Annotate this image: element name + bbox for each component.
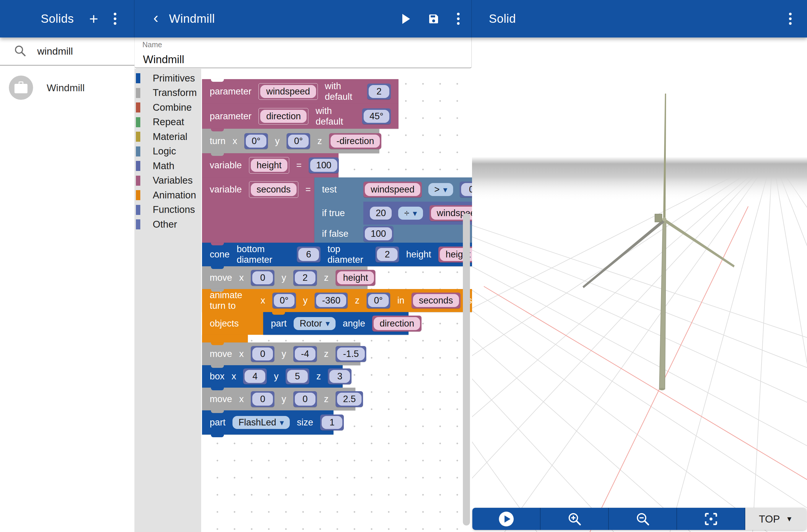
category-math[interactable]: Math [135, 158, 201, 173]
block-part-rotor[interactable]: part Rotor angle direction [263, 312, 408, 335]
block-variable-height[interactable]: variable height = 100 [202, 153, 338, 177]
variable-value[interactable]: seconds [411, 292, 460, 308]
block-cone[interactable]: cone bottom diameter 6 top diameter 2 he… [202, 243, 472, 266]
zoom-in-button[interactable] [540, 508, 609, 530]
view-select-dropdown[interactable]: TOP ▼ [745, 508, 806, 530]
value-input[interactable]: 5 [286, 368, 309, 384]
value-input[interactable]: -4 [293, 346, 317, 362]
category-label: Logic [153, 146, 176, 157]
block-box[interactable]: box x 4 y 5 z 3 [202, 365, 343, 387]
viewer-more-icon[interactable] [789, 13, 792, 25]
solid-list-item[interactable]: Windmill [0, 65, 134, 100]
value-input[interactable]: 2 [293, 270, 317, 286]
viewport-toolbar: TOP ▼ [472, 508, 806, 530]
play-animation-button[interactable] [472, 508, 540, 530]
block-part-flashled[interactable]: part FlashLed size 1 [202, 411, 333, 435]
value-input[interactable]: 0° [272, 292, 296, 308]
value-input[interactable]: 100 [309, 157, 339, 173]
sidebar-more-icon[interactable] [113, 13, 116, 25]
search-input[interactable] [37, 45, 117, 57]
param-name-field[interactable]: windspeed [258, 83, 317, 100]
block-label: variable [210, 184, 242, 195]
block-label: top diameter [328, 244, 368, 265]
axis-label: x [239, 349, 244, 359]
block-label: part [210, 417, 225, 428]
block-parameter-windspeed[interactable]: parameter windspeed with default 2 [202, 79, 399, 104]
value-input[interactable]: 45° [362, 108, 391, 124]
save-icon[interactable] [428, 13, 440, 25]
zoom-out-button[interactable] [609, 508, 677, 530]
workspace-scrollbar[interactable] [463, 213, 470, 526]
part-dropdown[interactable]: Rotor [294, 317, 335, 330]
value-input[interactable]: 0 [251, 270, 274, 286]
block-label: parameter [210, 111, 251, 121]
value-input[interactable]: 3 [328, 368, 351, 384]
value-input[interactable]: 6 [297, 247, 320, 263]
value-input[interactable]: 20 [370, 207, 392, 220]
value-input[interactable]: 4 [243, 368, 267, 384]
part-dropdown[interactable]: FlashLed [233, 416, 290, 429]
value-input[interactable]: 0° [367, 292, 390, 308]
variable-value[interactable]: direction [372, 316, 422, 331]
center-view-button[interactable] [677, 508, 745, 530]
variable-name-field[interactable]: seconds [249, 181, 298, 198]
category-primitives[interactable]: Primitives [135, 71, 201, 85]
name-label: Name [142, 40, 472, 49]
add-solid-icon[interactable]: + [89, 11, 98, 26]
value-input[interactable]: 1 [320, 415, 344, 431]
category-variables[interactable]: Variables [135, 173, 201, 188]
animate-row[interactable]: animate turn to x 0° y -360 z 0° in seco… [202, 289, 472, 312]
value-input[interactable]: 0 [251, 391, 274, 407]
value-input[interactable]: 0 [293, 391, 317, 407]
center-view-icon [703, 511, 719, 527]
comparison-dropdown[interactable]: > [428, 183, 453, 196]
axis-label: z [324, 394, 329, 404]
value-input[interactable]: 2 [375, 247, 399, 263]
value-input[interactable]: -1.5 [335, 346, 366, 362]
variable-value[interactable]: windspeed [363, 182, 422, 197]
category-logic[interactable]: Logic [135, 144, 201, 158]
name-fieldbox: Name [135, 38, 472, 68]
value-input[interactable]: 0° [244, 133, 268, 149]
category-functions[interactable]: Functions [135, 203, 201, 217]
category-transform[interactable]: Transform [135, 86, 201, 100]
menu-icon[interactable] [14, 15, 25, 23]
objects-label: objects [210, 318, 239, 329]
category-combine[interactable]: Combine [135, 100, 201, 115]
variable-name-field[interactable]: height [249, 157, 289, 174]
appbar-viewer: Solid [472, 0, 807, 38]
block-turn[interactable]: turn x 0° y 0° z -direction [202, 129, 379, 153]
block-variable-seconds[interactable]: variable seconds = test windspeed > 0 if… [202, 177, 472, 243]
block-move-1[interactable]: move x 0 y 2 z height [202, 266, 367, 289]
param-name-field[interactable]: direction [258, 108, 308, 125]
play-circle-icon [499, 511, 514, 527]
block-if-then-else[interactable]: test windspeed > 0 if true 20 ÷ windspee… [314, 177, 472, 243]
category-repeat[interactable]: Repeat [135, 115, 201, 129]
value-input[interactable]: 0° [287, 133, 310, 149]
value-input[interactable]: 100 [363, 226, 393, 242]
variable-value[interactable]: height [335, 270, 375, 286]
block-label: part [271, 318, 287, 329]
value-input[interactable]: 0 [460, 182, 472, 197]
category-animation[interactable]: Animation [135, 188, 201, 202]
operator-dropdown[interactable]: ÷ [398, 207, 423, 220]
value-input[interactable]: -360 [315, 292, 348, 308]
block-label: with default [315, 106, 355, 127]
category-other[interactable]: Other [135, 217, 201, 231]
block-animate-turn-to[interactable]: animate turn to x 0° y -360 z 0° in seco… [202, 289, 472, 342]
value-input[interactable]: 2 [367, 83, 391, 99]
run-icon[interactable] [402, 14, 410, 24]
axis-label: z [317, 136, 322, 147]
block-label: with default [325, 81, 360, 102]
block-move-2[interactable]: move x 0 y -4 z -1.5 [202, 342, 360, 365]
category-material[interactable]: Material [135, 129, 201, 144]
block-parameter-direction[interactable]: parameter direction with default 45° [202, 104, 399, 129]
variable-value[interactable]: -direction [329, 133, 382, 149]
name-input[interactable] [142, 53, 409, 66]
value-input[interactable]: 2.5 [335, 391, 363, 407]
viewport-3d[interactable] [472, 38, 807, 532]
value-input[interactable]: 0 [251, 346, 274, 362]
editor-more-icon[interactable] [457, 13, 460, 25]
block-division[interactable]: 20 ÷ windspeed [363, 202, 472, 225]
block-move-3[interactable]: move x 0 y 0 z 2.5 [202, 387, 355, 411]
